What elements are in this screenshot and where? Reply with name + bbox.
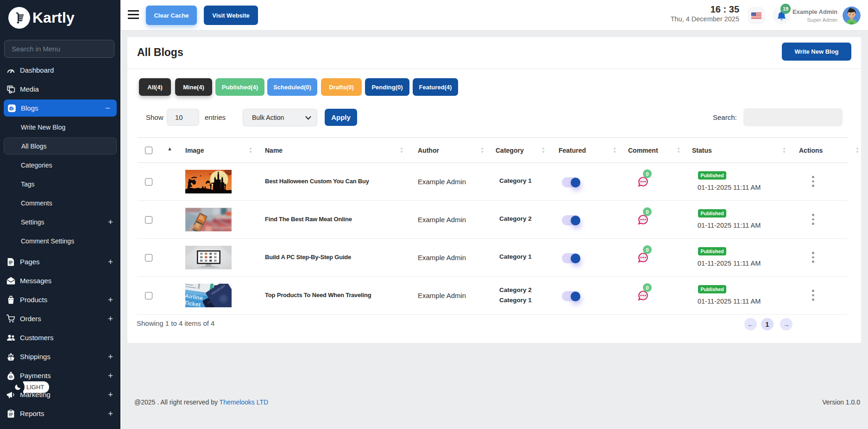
svg-text:$: $ [10, 375, 12, 379]
